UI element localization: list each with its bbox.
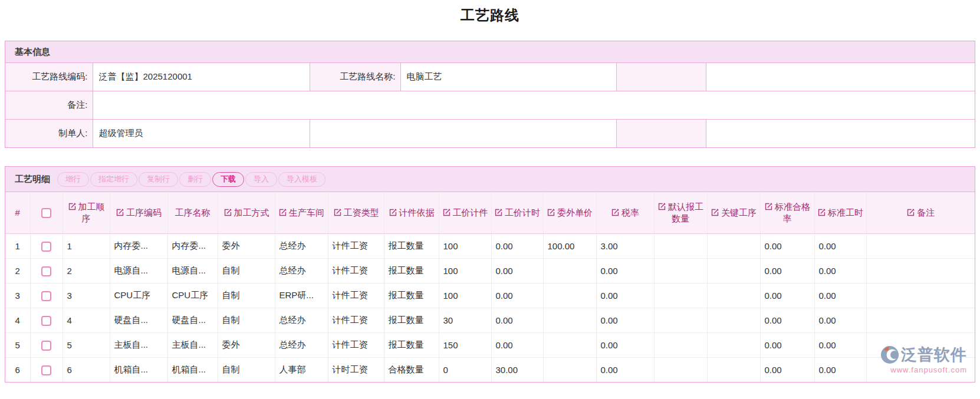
field-value-route-name[interactable]: 电脑工艺 [400,63,616,91]
cell-r4-c7[interactable]: 150 [439,333,491,358]
cell-r5-c7[interactable]: 0 [439,358,491,382]
cell-r1-c4[interactable]: 总经办 [275,259,328,283]
cell-r0-c11[interactable] [654,234,707,259]
cell-r0-c15[interactable] [866,234,975,259]
cell-r3-c12[interactable] [707,308,760,333]
cell-r1-c5[interactable]: 计件工资 [328,259,384,283]
cell-r0-c9[interactable]: 100.00 [543,234,596,259]
cell-r1-c7[interactable]: 100 [439,259,491,283]
toolbar-button-2[interactable]: 复制行 [139,172,178,187]
toolbar-button-0[interactable]: 增行 [57,172,89,187]
cell-r2-c0[interactable]: 3 [63,283,110,308]
cell-r0-c1[interactable]: 内存委... [110,234,167,259]
cell-r4-c11[interactable] [654,333,707,358]
cell-r5-c13[interactable]: 0.00 [760,358,814,382]
cell-r2-c11[interactable] [654,283,707,308]
cell-r2-c1[interactable]: CPU工序 [110,283,167,308]
cell-r3-c11[interactable] [654,308,707,333]
toolbar-button-6[interactable]: 导入模板 [278,172,325,187]
toolbar-button-5[interactable]: 导入 [245,172,277,187]
cell-r2-c15[interactable] [866,283,975,308]
cell-r5-c10[interactable]: 0.00 [596,358,654,382]
cell-r4-c8[interactable]: 0.00 [491,333,543,358]
cell-r1-c12[interactable] [707,259,760,283]
cell-r4-c10[interactable]: 0.00 [596,333,654,358]
cell-r3-c6[interactable]: 报工数量 [384,308,439,333]
cell-r3-c1[interactable]: 硬盘自... [110,308,167,333]
row-checkbox[interactable] [41,291,51,301]
cell-r5-c4[interactable]: 人事部 [275,358,328,382]
cell-r0-c12[interactable] [707,234,760,259]
cell-r2-c3[interactable]: 自制 [218,283,275,308]
cell-r3-c15[interactable] [866,308,975,333]
cell-r1-c13[interactable]: 0.00 [760,259,814,283]
cell-r1-c15[interactable] [866,259,975,283]
cell-r4-c4[interactable]: 总经办 [275,333,328,358]
cell-r5-c6[interactable]: 合格数量 [384,358,439,382]
cell-r0-c7[interactable]: 100 [439,234,491,259]
cell-r3-c5[interactable]: 计件工资 [328,308,384,333]
row-checkbox[interactable] [41,365,51,375]
row-checkbox[interactable] [41,242,51,252]
cell-r3-c10[interactable]: 0.00 [596,308,654,333]
cell-r4-c0[interactable]: 5 [63,333,110,358]
toolbar-button-3[interactable]: 删行 [179,172,211,187]
cell-r3-c13[interactable]: 0.00 [760,308,814,333]
cell-r1-c10[interactable]: 0.00 [596,259,654,283]
cell-r2-c7[interactable]: 100 [439,283,491,308]
cell-r5-c1[interactable]: 机箱自... [110,358,167,382]
cell-r3-c8[interactable]: 0.00 [491,308,543,333]
cell-r5-c14[interactable]: 0.00 [814,358,866,382]
cell-r2-c10[interactable]: 0.00 [596,283,654,308]
cell-r5-c11[interactable] [654,358,707,382]
cell-r3-c14[interactable]: 0.00 [814,308,866,333]
cell-r2-c13[interactable]: 0.00 [760,283,814,308]
cell-r2-c4[interactable]: ERP研... [275,283,328,308]
cell-r1-c9[interactable] [543,259,596,283]
cell-r1-c0[interactable]: 2 [63,259,110,283]
cell-r5-c8[interactable]: 30.00 [491,358,543,382]
field-value-creator[interactable]: 超级管理员 [93,120,310,148]
cell-r1-c11[interactable] [654,259,707,283]
cell-r0-c4[interactable]: 总经办 [275,234,328,259]
cell-r4-c6[interactable]: 报工数量 [384,333,439,358]
cell-r0-c13[interactable]: 0.00 [760,234,814,259]
select-all-checkbox[interactable] [41,208,51,218]
cell-r5-c0[interactable]: 6 [63,358,110,382]
cell-r0-c6[interactable]: 报工数量 [384,234,439,259]
cell-r5-c15[interactable] [866,358,975,382]
cell-r4-c5[interactable]: 计件工资 [328,333,384,358]
cell-r4-c3[interactable]: 委外 [218,333,275,358]
cell-r5-c3[interactable]: 自制 [218,358,275,382]
cell-r2-c12[interactable] [707,283,760,308]
cell-r3-c4[interactable]: 总经办 [275,308,328,333]
cell-r0-c5[interactable]: 计件工资 [328,234,384,259]
row-checkbox[interactable] [41,266,51,276]
cell-r2-c14[interactable]: 0.00 [814,283,866,308]
cell-r0-c0[interactable]: 1 [63,234,110,259]
cell-r1-c6[interactable]: 报工数量 [384,259,439,283]
cell-r3-c7[interactable]: 30 [439,308,491,333]
cell-r1-c14[interactable]: 0.00 [814,259,866,283]
cell-r3-c0[interactable]: 4 [63,308,110,333]
cell-r2-c5[interactable]: 计件工资 [328,283,384,308]
cell-r5-c9[interactable] [543,358,596,382]
cell-r4-c9[interactable] [543,333,596,358]
row-checkbox[interactable] [41,341,51,351]
cell-r4-c1[interactable]: 主板自... [110,333,167,358]
cell-r1-c3[interactable]: 自制 [218,259,275,283]
cell-r0-c3[interactable]: 委外 [218,234,275,259]
field-value-route-code[interactable]: 泛普【监】2025120001 [93,63,310,91]
cell-r5-c5[interactable]: 计时工资 [328,358,384,382]
cell-r3-c9[interactable] [543,308,596,333]
cell-r2-c9[interactable] [543,283,596,308]
cell-r4-c13[interactable]: 0.00 [760,333,814,358]
cell-r0-c10[interactable]: 3.00 [596,234,654,259]
cell-r4-c12[interactable] [707,333,760,358]
cell-r5-c12[interactable] [707,358,760,382]
cell-r0-c14[interactable]: 0.00 [814,234,866,259]
cell-r3-c3[interactable]: 自制 [218,308,275,333]
field-value-remark[interactable] [93,91,975,120]
cell-r4-c14[interactable]: 0.00 [814,333,866,358]
cell-r2-c6[interactable]: 报工数量 [384,283,439,308]
